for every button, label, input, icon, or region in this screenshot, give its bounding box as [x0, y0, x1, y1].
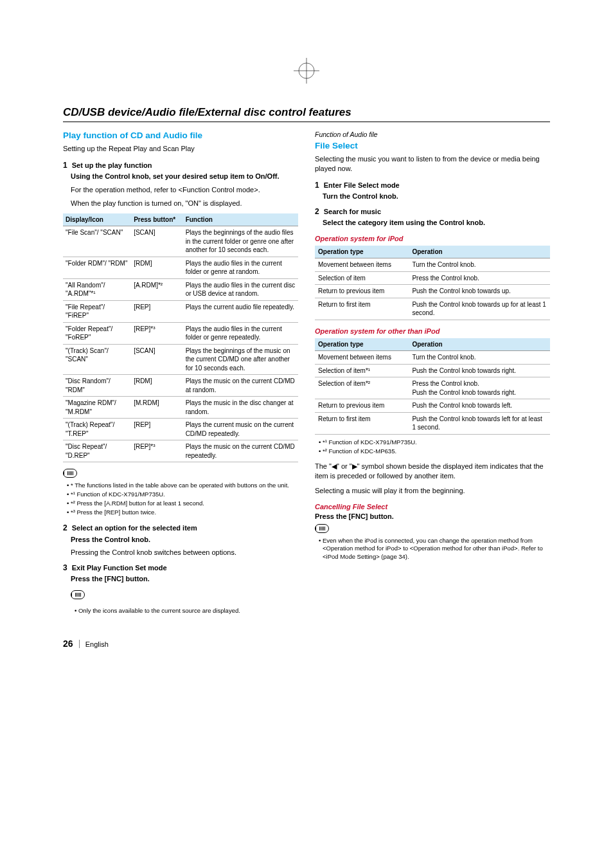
left-heading: Play function of CD and Audio file	[63, 130, 298, 141]
table-cell: Plays the music on the current CD/MD at …	[183, 375, 298, 397]
table-cell: Plays the music in the disc changer at r…	[183, 397, 298, 419]
table-row: Movement between itemsTurn the Control k…	[315, 258, 550, 272]
notes-list: *¹ Function of KDC-X791/MP735U.*² Functi…	[315, 439, 550, 456]
table-row: "Magazine RDM"/ "M.RDM"[M.RDM]Plays the …	[63, 397, 298, 419]
page-title: CD/USB device/Audio file/External disc c…	[63, 106, 550, 122]
step-instruction-bold: Press the [FNC] button.	[71, 574, 298, 584]
table-row: "(Track) Scan"/ "SCAN"[SCAN]Plays the be…	[63, 344, 298, 375]
table-cell: [SCAN]	[131, 226, 183, 257]
table-row: Return to first itemPush the Control kno…	[315, 412, 550, 434]
table-row: Selection of item*¹Push the Control knob…	[315, 364, 550, 377]
table-row: "File Repeat"/ "FiREP"[REP]Plays the cur…	[63, 300, 298, 322]
table-cell: Push the Control knob towards left.	[409, 399, 550, 413]
table-cell: Push the Control knob towards up.	[409, 285, 550, 298]
table-header: Operation	[409, 246, 550, 258]
step-instruction-bold: Press the Control knob.	[71, 535, 298, 545]
table-cell: [RDM]	[131, 375, 183, 397]
table-row: Return to first itemPush the Control kno…	[315, 298, 550, 320]
step-2: 2 Select an option for the selected item…	[63, 523, 298, 557]
operation-table-other: Operation type Operation Movement betwee…	[315, 338, 550, 435]
step-instruction-bold: Select the category item using the Contr…	[323, 218, 550, 228]
right-intro: Selecting the music you want to listen t…	[315, 154, 550, 174]
table-header: Function	[183, 213, 298, 226]
step-title: Select an option for the selected item	[72, 524, 197, 532]
table-cell: Return to first item	[315, 298, 409, 320]
table-cell: "File Repeat"/ "FiREP"	[63, 300, 131, 322]
note-item: * The functions listed in the table abov…	[67, 482, 298, 490]
table-row: Selection of item*²Press the Control kno…	[315, 377, 550, 399]
footer-divider	[79, 640, 80, 648]
table-cell: Movement between items	[315, 351, 409, 365]
table-cell: "Magazine RDM"/ "M.RDM"	[63, 397, 131, 419]
table-cell: Push the Control knob towards left for a…	[409, 412, 550, 434]
table-header: Press button*	[131, 213, 183, 226]
step-1: 1 Set up the play function Using the Con…	[63, 160, 298, 208]
play-function-table: Display/Icon Press button* Function "Fil…	[63, 213, 298, 463]
cancel-heading: Cancelling File Select	[315, 502, 550, 512]
table-cell: Plays the audio files in the current fol…	[183, 257, 298, 278]
paragraph: The "◀" or "▶" symbol shown beside the d…	[315, 462, 550, 481]
table-cell: Return to first item	[315, 412, 409, 434]
page-footer: 26 English	[63, 638, 550, 649]
table-cell: Selection of item*²	[315, 377, 409, 399]
step-number: 1	[315, 181, 319, 190]
table-cell: Plays the current music on the current C…	[183, 419, 298, 440]
table-cell: "Disc Random"/ "RDM"	[63, 375, 131, 397]
note-item: *³ Press the [REP] button twice.	[67, 509, 298, 517]
table-cell: Push the Control knob towards up for at …	[409, 298, 550, 320]
table-cell: Plays the music on the current CD/MD rep…	[183, 440, 298, 462]
table-row: "(Track) Repeat"/ "T.REP"[REP]Plays the …	[63, 419, 298, 440]
step-2: 2 Search for music Select the category i…	[315, 206, 550, 228]
table-cell: [SCAN]	[131, 344, 183, 375]
note-icon	[63, 469, 77, 478]
table-cell: Plays the beginnings of the music on the…	[183, 344, 298, 375]
table-row: "Disc Random"/ "RDM"[RDM]Plays the music…	[63, 375, 298, 397]
table-cell: [A.RDM]*²	[131, 278, 183, 300]
table-row: Selection of itemPress the Control knob.	[315, 271, 550, 285]
step-text: For the operation method, refer to <Func…	[71, 185, 298, 195]
table-cell: "(Track) Repeat"/ "T.REP"	[63, 419, 131, 440]
table-cell: "Folder RDM"/ "RDM"	[63, 257, 131, 278]
table-header: Operation type	[315, 338, 409, 351]
table-row: Return to previous itemPush the Control …	[315, 285, 550, 298]
table-row: "File Scan"/ "SCAN"[SCAN]Plays the begin…	[63, 226, 298, 257]
table-header: Display/Icon	[63, 213, 131, 226]
table-cell: Return to previous item	[315, 285, 409, 298]
table-cell: Plays the current audio file repeatedly.	[183, 300, 298, 322]
table-cell: [REP]	[131, 419, 183, 440]
table-cell: [REP]*³	[131, 322, 183, 344]
table-cell: Selection of item	[315, 271, 409, 285]
table-cell: [REP]*³	[131, 440, 183, 462]
step-title: Enter File Select mode	[324, 181, 400, 189]
step-number: 2	[315, 207, 319, 216]
operation-table-ipod: Operation type Operation Movement betwee…	[315, 246, 550, 320]
table-cell: "Folder Repeat"/ "FoREP"	[63, 322, 131, 344]
table-cell: Turn the Control knob.	[409, 258, 550, 272]
step-title: Exit Play Function Set mode	[72, 564, 167, 572]
note-item: *¹ Function of KDC-X791/MP735U.	[319, 439, 550, 447]
table-cell: Selection of item*¹	[315, 364, 409, 377]
table-cell: Plays the audio files in the current dis…	[183, 278, 298, 300]
right-heading: File Select	[315, 140, 550, 152]
step-text: Pressing the Control knob switches betwe…	[71, 548, 298, 557]
table-row: Return to previous itemPush the Control …	[315, 399, 550, 413]
table-cell: Press the Control knob.	[409, 271, 550, 285]
paragraph: Selecting a music will play it from the …	[315, 486, 550, 496]
note-icon	[315, 524, 329, 533]
step-title: Search for music	[324, 208, 381, 215]
table-cell: Plays the beginnings of the audio files …	[183, 226, 298, 257]
table-cell: Press the Control knob. Push the Control…	[409, 377, 550, 399]
table-row: "Folder Repeat"/ "FoREP"[REP]*³Plays the…	[63, 322, 298, 344]
table-cell: "Disc Repeat"/ "D.REP"	[63, 440, 131, 462]
step-number: 1	[63, 161, 67, 170]
step-number: 2	[63, 523, 67, 532]
table-row: "Folder RDM"/ "RDM"[RDM]Plays the audio …	[63, 257, 298, 278]
table-cell: "All Random"/ "A.RDM"*¹	[63, 278, 131, 300]
step-text: When the play function is turned on, "ON…	[71, 199, 298, 208]
registration-mark	[294, 58, 319, 84]
note-item: Only the icons available to the current …	[75, 607, 298, 615]
note-item: *² Press the [A.RDM] button for at least…	[67, 500, 298, 508]
step-3: 3 Exit Play Function Set mode Press the …	[63, 563, 298, 615]
step-title: Set up the play function	[72, 161, 152, 169]
table-row: Movement between itemsTurn the Control k…	[315, 351, 550, 365]
